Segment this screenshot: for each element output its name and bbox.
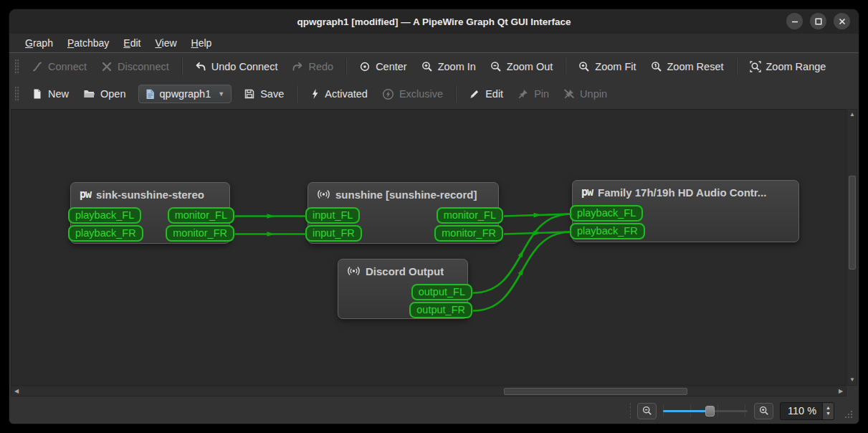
- edit-pencil-icon: [469, 88, 480, 100]
- titlebar[interactable]: qpwgraph1 [modified] — A PipeWire Graph …: [9, 9, 859, 34]
- pin-button[interactable]: Pin: [510, 84, 556, 104]
- redo-button[interactable]: Redo: [285, 57, 340, 77]
- connect-button[interactable]: Connect: [24, 57, 94, 77]
- port-sunshine-input_FR[interactable]: input_FR: [305, 225, 362, 242]
- unpin-label: Unpin: [580, 88, 607, 100]
- exclusive-button[interactable]: Exclusive: [375, 84, 450, 105]
- toolbar-drag-handle[interactable]: [14, 86, 19, 102]
- port-family-audio-playback_FL[interactable]: playback_FL: [570, 205, 643, 222]
- zoom-percent-spinbox[interactable]: 110 % ▲ ▼: [780, 402, 834, 420]
- undo-label: Undo Connect: [211, 61, 278, 72]
- pipewire-icon: pw: [581, 186, 593, 199]
- wire-discord-output.output_FR--family-audio.playback_FR[interactable]: [473, 232, 571, 311]
- chevron-down-icon: ▼: [218, 90, 224, 97]
- port-discord-output-output_FL[interactable]: output_FL: [411, 284, 472, 300]
- new-label: New: [48, 88, 69, 100]
- graph-canvas[interactable]: pwsink-sunshine-stereoplayback_FLplaybac…: [11, 109, 846, 386]
- menu-view[interactable]: View: [148, 35, 183, 52]
- toolbar-separator: [565, 58, 566, 75]
- port-sunshine-monitor_FR[interactable]: monitor_FR: [434, 225, 503, 242]
- zoom-range-label: Zoom Range: [766, 61, 826, 72]
- statusbar-zoom-in-button[interactable]: [754, 403, 773, 419]
- minimize-button[interactable]: [786, 13, 803, 29]
- exclusive-bolt-icon: [382, 88, 394, 100]
- center-label: Center: [376, 61, 407, 72]
- redo-icon: [292, 61, 303, 72]
- port-sink-sunshine-stereo-monitor_FR[interactable]: monitor_FR: [166, 225, 234, 242]
- port-sink-sunshine-stereo-playback_FR[interactable]: playback_FR: [68, 225, 143, 242]
- menu-help[interactable]: Help: [184, 35, 219, 52]
- zoom-slider[interactable]: [663, 404, 748, 417]
- undo-connect-button[interactable]: Undo Connect: [188, 57, 285, 77]
- toolbar-drag-handle[interactable]: [14, 59, 19, 75]
- zoom-reset-button[interactable]: Zoom Reset: [644, 57, 731, 77]
- disconnect-button[interactable]: Disconnect: [94, 57, 176, 77]
- app-window: qpwgraph1 [modified] — A PipeWire Graph …: [9, 9, 859, 424]
- edit-button[interactable]: Edit: [462, 84, 510, 104]
- zoom-slider-handle[interactable]: [705, 406, 715, 417]
- port-discord-output-output_FR[interactable]: output_FR: [409, 302, 472, 318]
- close-button[interactable]: [834, 13, 850, 29]
- zoom-reset-label: Zoom Reset: [667, 61, 724, 72]
- scroll-up-icon[interactable]: ▲: [848, 110, 857, 119]
- patchbay-toolbar: New Open qpwgraph1 ▼ Save Activated: [9, 80, 859, 108]
- spin-up-icon[interactable]: ▲: [826, 405, 831, 411]
- wire-arrowhead: [267, 232, 275, 237]
- menubar: Graph Patchbay Edit View Help: [9, 34, 859, 53]
- scroll-left-icon[interactable]: ◀: [12, 387, 21, 396]
- unpin-button[interactable]: Unpin: [556, 84, 614, 104]
- port-family-audio-playback_FR[interactable]: playback_FR: [570, 223, 645, 239]
- port-sink-sunshine-stereo-playback_FL[interactable]: playback_FL: [68, 207, 141, 224]
- canvas-area: pwsink-sunshine-stereoplayback_FLplaybac…: [11, 109, 857, 396]
- activated-button[interactable]: Activated: [302, 84, 375, 104]
- zoom-reset-icon: [651, 61, 662, 72]
- port-sink-sunshine-stereo-monitor_FL[interactable]: monitor_FL: [168, 207, 234, 224]
- menu-edit[interactable]: Edit: [116, 35, 148, 52]
- broadcast-icon: [317, 188, 330, 201]
- patchbay-select[interactable]: qpwgraph1 ▼: [138, 85, 232, 103]
- graph-node-sunshine[interactable]: sunshine [sunshine-record]input_FLinput_…: [307, 182, 499, 244]
- node-title: Family 17h/19h HD Audio Contr...: [598, 186, 766, 199]
- menu-graph[interactable]: Graph: [18, 35, 60, 52]
- wire-sunshine.monitor_FR--family-audio.playback_FR[interactable]: [504, 232, 571, 234]
- node-title: Discord Output: [366, 265, 444, 277]
- node-header: pwsink-sunshine-stereo: [71, 183, 229, 201]
- spin-down-icon[interactable]: ▼: [826, 411, 831, 417]
- open-button[interactable]: Open: [76, 84, 133, 104]
- new-button[interactable]: New: [24, 84, 76, 104]
- vertical-scrollbar-thumb[interactable]: [849, 176, 856, 270]
- unpin-icon: [563, 88, 575, 100]
- scroll-down-icon[interactable]: ▼: [848, 376, 857, 384]
- menu-patchbay[interactable]: Patchbay: [60, 35, 116, 52]
- center-button[interactable]: Center: [352, 57, 414, 77]
- graph-node-family-audio[interactable]: pwFamily 17h/19h HD Audio Contr...playba…: [572, 180, 799, 242]
- port-sunshine-input_FL[interactable]: input_FL: [305, 207, 360, 224]
- wire-arrowhead: [533, 213, 541, 218]
- statusbar-zoom-out-button[interactable]: [637, 403, 657, 419]
- statusbar: 110 % ▲ ▼: [9, 398, 859, 424]
- connect-label: Connect: [48, 61, 87, 72]
- wire-arrowhead: [267, 214, 275, 219]
- exclusive-label: Exclusive: [399, 88, 443, 100]
- close-icon: [839, 18, 846, 25]
- center-icon: [359, 61, 371, 72]
- disconnect-icon: [101, 61, 113, 72]
- wire-sunshine.monitor_FL--family-audio.playback_FL[interactable]: [504, 214, 571, 217]
- horizontal-scrollbar-thumb[interactable]: [504, 388, 687, 395]
- vertical-scrollbar[interactable]: ▲ ▼: [847, 109, 857, 386]
- zoom-range-button[interactable]: Zoom Range: [743, 57, 834, 77]
- zoom-out-icon: [490, 61, 502, 72]
- horizontal-scrollbar[interactable]: ◀ ▶: [11, 386, 846, 396]
- maximize-button[interactable]: [810, 13, 826, 29]
- spinbox-steppers[interactable]: ▲ ▼: [822, 403, 834, 419]
- zoom-fit-button[interactable]: Zoom Fit: [571, 57, 643, 77]
- graph-node-sink-sunshine-stereo[interactable]: pwsink-sunshine-stereoplayback_FLplaybac…: [70, 182, 230, 244]
- resize-grip[interactable]: [844, 409, 853, 424]
- save-button[interactable]: Save: [237, 84, 291, 104]
- zoom-in-button[interactable]: Zoom In: [414, 57, 483, 77]
- zoom-out-button[interactable]: Zoom Out: [483, 57, 560, 77]
- port-sunshine-monitor_FL[interactable]: monitor_FL: [437, 207, 503, 224]
- scroll-right-icon[interactable]: ▶: [836, 387, 845, 396]
- pipewire-icon: pw: [80, 188, 91, 201]
- graph-node-discord-output[interactable]: Discord Outputoutput_FLoutput_FR: [338, 259, 468, 319]
